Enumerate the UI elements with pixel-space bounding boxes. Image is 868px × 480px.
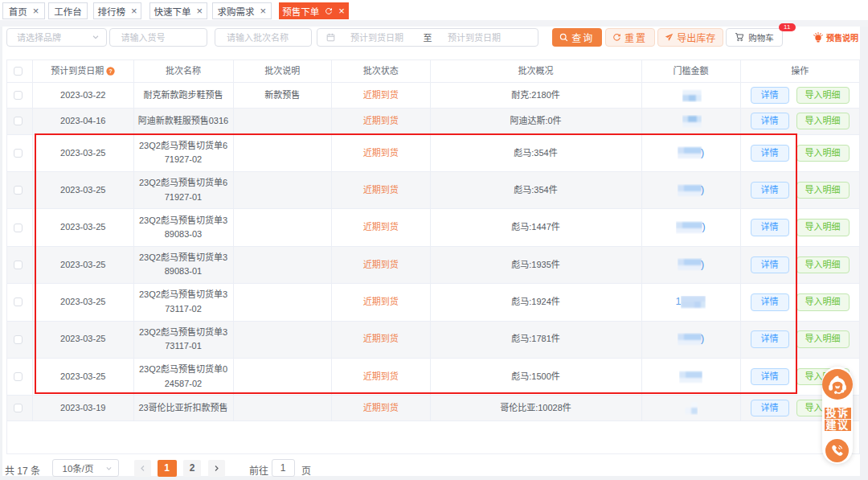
svg-text:?: ? <box>109 68 113 74</box>
